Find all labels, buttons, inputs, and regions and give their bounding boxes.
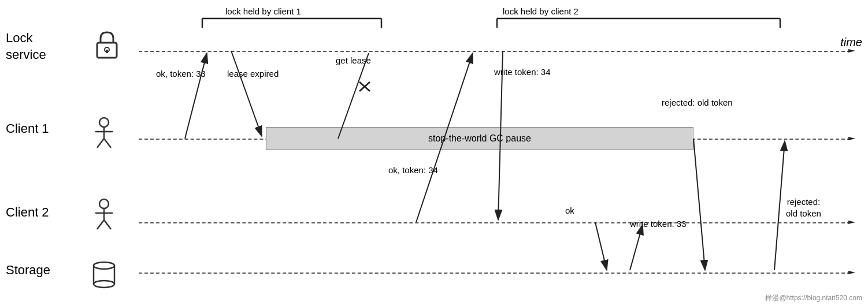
label-client1: Client 1 [6, 121, 49, 136]
storage-icon [91, 260, 117, 292]
svg-line-29 [359, 82, 370, 91]
write-token-34-label: ok [565, 205, 574, 217]
svg-rect-2 [106, 50, 108, 53]
label-storage: Storage [6, 263, 50, 278]
svg-line-26 [231, 51, 262, 136]
get-lease-1-label: ok, token: 33 [156, 68, 206, 80]
watermark: 样漫@https://blog.ntan520.com [765, 293, 862, 303]
svg-line-35 [774, 141, 785, 270]
timeline-client2 [139, 222, 851, 223]
label-client2: Client 2 [6, 205, 49, 220]
arrows-svg [0, 0, 868, 306]
svg-line-32 [595, 222, 607, 270]
svg-point-8 [99, 199, 109, 208]
get-lease-2-label: ok, token: 34 [388, 165, 438, 176]
lock-held-2-label: lock held by client 2 [503, 6, 578, 17]
svg-point-16 [94, 281, 114, 288]
svg-point-13 [94, 262, 114, 269]
svg-line-25 [185, 53, 207, 139]
svg-line-12 [104, 220, 111, 229]
client1-icon [92, 117, 116, 151]
ok-2-label: write token: 33 [630, 218, 687, 230]
svg-line-7 [104, 139, 111, 148]
diagram: Lock service Client 1 Client 2 Storage [0, 0, 868, 306]
lock-icon [92, 30, 121, 64]
svg-line-6 [97, 139, 104, 148]
svg-point-3 [99, 118, 109, 127]
gc-pause-box: stop-the-world GC pause [266, 127, 693, 150]
timeline-lock-service [139, 51, 851, 52]
svg-line-11 [97, 220, 104, 229]
svg-line-28 [359, 82, 370, 91]
lease-expired-label: get lease [336, 55, 371, 66]
ok-token-33-label: lease expired [227, 68, 279, 80]
rejected-label: stop-the-world GC pause rejected:old tok… [786, 196, 821, 219]
timeline-storage [139, 273, 851, 274]
time-label: time [840, 36, 862, 49]
write-token-33-label: rejected: old token [662, 97, 733, 109]
svg-line-34 [693, 139, 705, 270]
ok-token-34-label: write token: 34 [494, 66, 551, 78]
svg-line-33 [630, 225, 643, 270]
client2-icon [92, 198, 116, 232]
lock-held-1-label: lock held by client 1 [225, 6, 301, 17]
label-lock-service: Lock service [6, 30, 46, 63]
